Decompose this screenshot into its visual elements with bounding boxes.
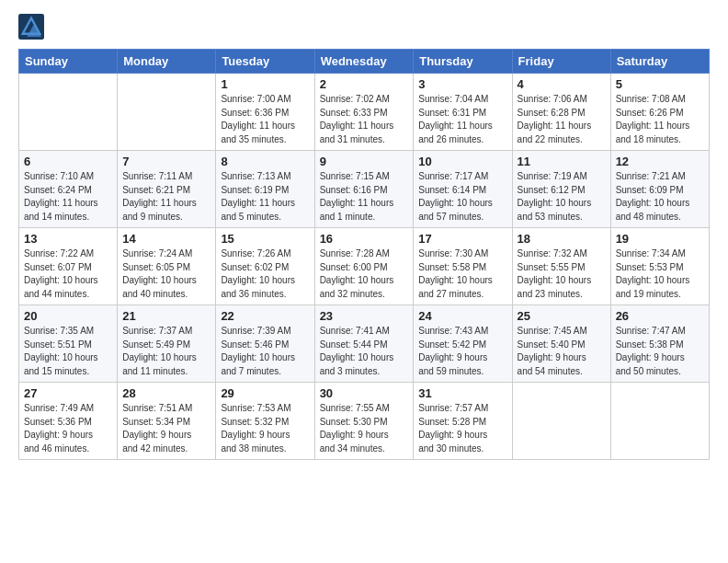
- day-number: 2: [320, 77, 409, 91]
- day-info: Sunrise: 7:11 AM Sunset: 6:21 PM Dayligh…: [122, 170, 210, 224]
- calendar-cell: 4Sunrise: 7:06 AM Sunset: 6:28 PM Daylig…: [512, 74, 610, 151]
- calendar-cell: 20Sunrise: 7:35 AM Sunset: 5:51 PM Dayli…: [19, 305, 118, 383]
- day-info: Sunrise: 7:55 AM Sunset: 5:30 PM Dayligh…: [320, 402, 409, 455]
- calendar-cell: 13Sunrise: 7:22 AM Sunset: 6:07 PM Dayli…: [19, 228, 118, 305]
- day-number: 19: [616, 232, 704, 246]
- day-number: 27: [24, 386, 112, 400]
- day-info: Sunrise: 7:04 AM Sunset: 6:31 PM Dayligh…: [418, 93, 506, 146]
- day-info: Sunrise: 7:10 AM Sunset: 6:24 PM Dayligh…: [24, 170, 112, 224]
- calendar-table: SundayMondayTuesdayWednesdayThursdayFrid…: [18, 49, 710, 460]
- day-number: 9: [320, 155, 409, 168]
- calendar-week-1: 1Sunrise: 7:00 AM Sunset: 6:36 PM Daylig…: [19, 74, 710, 151]
- calendar-cell: 29Sunrise: 7:53 AM Sunset: 5:32 PM Dayli…: [216, 383, 314, 460]
- day-number: 3: [418, 77, 506, 91]
- calendar-week-2: 6Sunrise: 7:10 AM Sunset: 6:24 PM Daylig…: [19, 151, 710, 228]
- calendar-cell: 25Sunrise: 7:45 AM Sunset: 5:40 PM Dayli…: [512, 305, 610, 383]
- calendar-cell: [512, 383, 610, 460]
- day-number: 24: [418, 309, 506, 323]
- day-info: Sunrise: 7:30 AM Sunset: 5:58 PM Dayligh…: [418, 247, 506, 301]
- day-info: Sunrise: 7:51 AM Sunset: 5:34 PM Dayligh…: [122, 402, 210, 455]
- day-number: 5: [616, 77, 704, 91]
- calendar-cell: 22Sunrise: 7:39 AM Sunset: 5:46 PM Dayli…: [216, 305, 314, 383]
- logo-icon: [18, 14, 44, 40]
- calendar-cell: 19Sunrise: 7:34 AM Sunset: 5:53 PM Dayli…: [610, 228, 709, 305]
- calendar-cell: 14Sunrise: 7:24 AM Sunset: 6:05 PM Dayli…: [118, 228, 216, 305]
- calendar-cell: [610, 383, 709, 460]
- day-number: 14: [122, 232, 210, 246]
- calendar-header-tuesday: Tuesday: [216, 50, 314, 74]
- calendar-cell: 10Sunrise: 7:17 AM Sunset: 6:14 PM Dayli…: [414, 151, 512, 228]
- calendar-week-3: 13Sunrise: 7:22 AM Sunset: 6:07 PM Dayli…: [19, 228, 710, 305]
- calendar-cell: 9Sunrise: 7:15 AM Sunset: 6:16 PM Daylig…: [314, 151, 414, 228]
- calendar-header-monday: Monday: [118, 50, 216, 74]
- calendar-week-4: 20Sunrise: 7:35 AM Sunset: 5:51 PM Dayli…: [19, 305, 710, 383]
- day-info: Sunrise: 7:28 AM Sunset: 6:00 PM Dayligh…: [320, 247, 409, 301]
- calendar-cell: [19, 74, 118, 151]
- header: [18, 14, 710, 40]
- calendar-week-5: 27Sunrise: 7:49 AM Sunset: 5:36 PM Dayli…: [19, 383, 710, 460]
- calendar-cell: 1Sunrise: 7:00 AM Sunset: 6:36 PM Daylig…: [216, 74, 314, 151]
- day-info: Sunrise: 7:45 AM Sunset: 5:40 PM Dayligh…: [518, 325, 606, 378]
- day-info: Sunrise: 7:13 AM Sunset: 6:19 PM Dayligh…: [221, 170, 309, 224]
- calendar-cell: 24Sunrise: 7:43 AM Sunset: 5:42 PM Dayli…: [414, 305, 512, 383]
- day-info: Sunrise: 7:00 AM Sunset: 6:36 PM Dayligh…: [221, 93, 309, 146]
- day-info: Sunrise: 7:32 AM Sunset: 5:55 PM Dayligh…: [518, 247, 606, 301]
- calendar-cell: 17Sunrise: 7:30 AM Sunset: 5:58 PM Dayli…: [414, 228, 512, 305]
- day-number: 28: [122, 386, 210, 400]
- calendar-cell: [118, 74, 216, 151]
- calendar-cell: 15Sunrise: 7:26 AM Sunset: 6:02 PM Dayli…: [216, 228, 314, 305]
- day-number: 26: [616, 309, 704, 323]
- calendar-cell: 28Sunrise: 7:51 AM Sunset: 5:34 PM Dayli…: [118, 383, 216, 460]
- calendar-cell: 21Sunrise: 7:37 AM Sunset: 5:49 PM Dayli…: [118, 305, 216, 383]
- day-number: 29: [221, 386, 309, 400]
- calendar-header-friday: Friday: [512, 50, 610, 74]
- calendar-cell: 26Sunrise: 7:47 AM Sunset: 5:38 PM Dayli…: [610, 305, 709, 383]
- day-number: 20: [24, 309, 112, 323]
- day-number: 11: [518, 155, 606, 168]
- day-info: Sunrise: 7:47 AM Sunset: 5:38 PM Dayligh…: [616, 325, 704, 378]
- calendar-cell: 3Sunrise: 7:04 AM Sunset: 6:31 PM Daylig…: [414, 74, 512, 151]
- day-number: 13: [24, 232, 112, 246]
- day-number: 8: [221, 155, 309, 168]
- day-number: 1: [221, 77, 309, 91]
- day-info: Sunrise: 7:26 AM Sunset: 6:02 PM Dayligh…: [221, 247, 309, 301]
- day-info: Sunrise: 7:39 AM Sunset: 5:46 PM Dayligh…: [221, 325, 309, 378]
- calendar-header-row: SundayMondayTuesdayWednesdayThursdayFrid…: [19, 50, 710, 74]
- day-number: 30: [320, 386, 409, 400]
- day-number: 23: [320, 309, 409, 323]
- day-info: Sunrise: 7:02 AM Sunset: 6:33 PM Dayligh…: [320, 93, 409, 146]
- day-info: Sunrise: 7:57 AM Sunset: 5:28 PM Dayligh…: [418, 402, 506, 455]
- day-info: Sunrise: 7:15 AM Sunset: 6:16 PM Dayligh…: [320, 170, 409, 224]
- day-info: Sunrise: 7:08 AM Sunset: 6:26 PM Dayligh…: [616, 93, 704, 146]
- calendar-cell: 16Sunrise: 7:28 AM Sunset: 6:00 PM Dayli…: [314, 228, 414, 305]
- calendar-header-saturday: Saturday: [610, 50, 709, 74]
- day-number: 10: [418, 155, 506, 168]
- day-info: Sunrise: 7:37 AM Sunset: 5:49 PM Dayligh…: [122, 325, 210, 378]
- calendar-cell: 23Sunrise: 7:41 AM Sunset: 5:44 PM Dayli…: [314, 305, 414, 383]
- day-info: Sunrise: 7:49 AM Sunset: 5:36 PM Dayligh…: [24, 402, 112, 455]
- day-number: 12: [616, 155, 704, 168]
- calendar-header-wednesday: Wednesday: [314, 50, 414, 74]
- logo: [18, 14, 46, 40]
- calendar-cell: 5Sunrise: 7:08 AM Sunset: 6:26 PM Daylig…: [610, 74, 709, 151]
- calendar-cell: 27Sunrise: 7:49 AM Sunset: 5:36 PM Dayli…: [19, 383, 118, 460]
- day-number: 18: [518, 232, 606, 246]
- calendar-cell: 6Sunrise: 7:10 AM Sunset: 6:24 PM Daylig…: [19, 151, 118, 228]
- calendar-cell: 8Sunrise: 7:13 AM Sunset: 6:19 PM Daylig…: [216, 151, 314, 228]
- day-info: Sunrise: 7:19 AM Sunset: 6:12 PM Dayligh…: [518, 170, 606, 224]
- calendar-header-thursday: Thursday: [414, 50, 512, 74]
- calendar-cell: 18Sunrise: 7:32 AM Sunset: 5:55 PM Dayli…: [512, 228, 610, 305]
- day-info: Sunrise: 7:06 AM Sunset: 6:28 PM Dayligh…: [518, 93, 606, 146]
- day-number: 17: [418, 232, 506, 246]
- calendar-header-sunday: Sunday: [19, 50, 118, 74]
- day-number: 21: [122, 309, 210, 323]
- day-info: Sunrise: 7:24 AM Sunset: 6:05 PM Dayligh…: [122, 247, 210, 301]
- calendar-cell: 30Sunrise: 7:55 AM Sunset: 5:30 PM Dayli…: [314, 383, 414, 460]
- day-number: 25: [518, 309, 606, 323]
- day-number: 31: [418, 386, 506, 400]
- calendar-cell: 11Sunrise: 7:19 AM Sunset: 6:12 PM Dayli…: [512, 151, 610, 228]
- day-number: 22: [221, 309, 309, 323]
- day-number: 15: [221, 232, 309, 246]
- calendar-cell: 12Sunrise: 7:21 AM Sunset: 6:09 PM Dayli…: [610, 151, 709, 228]
- calendar-cell: 2Sunrise: 7:02 AM Sunset: 6:33 PM Daylig…: [314, 74, 414, 151]
